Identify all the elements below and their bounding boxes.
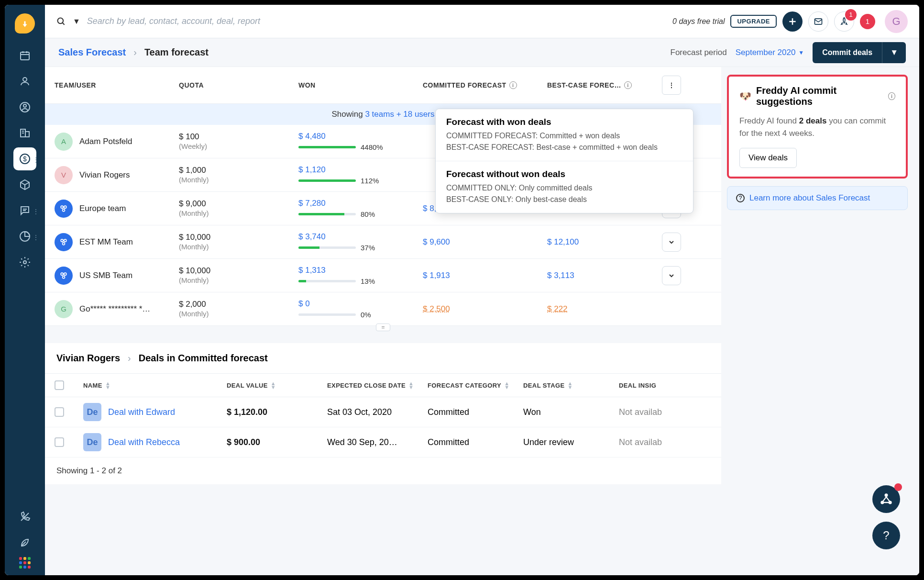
view-deals-button[interactable]: View deals xyxy=(739,148,797,168)
deal-link[interactable]: Deal with Edward xyxy=(108,407,175,417)
deal-badge: De xyxy=(83,403,101,421)
info-icon[interactable]: i xyxy=(624,81,632,89)
deal-row[interactable]: DeDeal with Rebecca$ 900.00Wed 30 Sep, 2… xyxy=(45,427,721,457)
svg-point-29 xyxy=(64,239,66,242)
svg-point-6 xyxy=(23,104,26,107)
breadcrumb-root[interactable]: Sales Forecast xyxy=(58,47,126,58)
bestcase-cell[interactable]: $ 12,100 xyxy=(547,237,643,247)
info-icon[interactable]: i xyxy=(888,92,895,100)
won-cell: $ 4,4804480% xyxy=(298,132,423,151)
nav-deals[interactable]: $ ⋮ xyxy=(13,147,36,170)
expand-row[interactable] xyxy=(662,233,681,252)
info-icon[interactable]: i xyxy=(509,81,517,89)
forecast-tooltip: Forecast with won deals COMMITTED FORECA… xyxy=(435,109,693,213)
learn-card[interactable]: ? Learn more about Sales Forecast xyxy=(727,186,908,210)
breadcrumb-current: Team forecast xyxy=(144,47,209,58)
nav-leaf[interactable] xyxy=(13,531,36,554)
pager-text: Showing 1 - 2 of 2 xyxy=(45,457,721,484)
commit-deals-button[interactable]: Commit deals xyxy=(813,43,882,63)
svg-point-26 xyxy=(64,206,66,208)
sort-icon: ▲▼ xyxy=(271,381,276,389)
sort-icon: ▲▼ xyxy=(408,381,414,389)
deals-crumb-root[interactable]: Vivian Rogers xyxy=(56,353,120,364)
user-name: US SMB Team xyxy=(79,271,132,280)
committed-cell[interactable]: $ 9,600 xyxy=(423,237,547,247)
deal-value: $ 1,120.00 xyxy=(227,407,327,417)
select-all-checkbox[interactable] xyxy=(55,380,64,390)
col-bestcase: BEST-CASE FOREC…i xyxy=(547,81,643,89)
row-checkbox[interactable] xyxy=(55,437,64,447)
deal-insights: Not availab xyxy=(619,407,695,417)
nav-calendar[interactable] xyxy=(13,44,36,67)
svg-point-28 xyxy=(61,239,63,242)
forecast-row[interactable]: GGo***** ********* *…$ 2,000(Monthly)$ 0… xyxy=(45,292,721,326)
nav-products[interactable] xyxy=(13,173,36,196)
quota-cell: $ 2,000(Monthly) xyxy=(179,300,298,319)
committed-cell[interactable]: $ 2,500 xyxy=(423,304,547,314)
deal-row[interactable]: DeDeal with Edward$ 1,120.00Sat 03 Oct, … xyxy=(45,397,721,427)
nav-chat[interactable]: ⋮ xyxy=(13,199,36,222)
notif-badge[interactable]: 1 xyxy=(860,14,875,29)
app-switcher-icon[interactable] xyxy=(19,557,31,569)
deals-crumb-current: Deals in Committed forecast xyxy=(139,353,268,364)
bell-button[interactable]: 1 xyxy=(834,11,854,32)
col-date[interactable]: EXPECTED CLOSE DATE▲▼ xyxy=(327,381,428,389)
nav-settings[interactable] xyxy=(13,251,36,274)
bestcase-cell[interactable]: $ 3,113 xyxy=(547,271,643,280)
columns-menu[interactable]: ⋮ xyxy=(662,76,681,95)
col-insights: DEAL INSIG xyxy=(619,382,695,389)
forecast-row[interactable]: US SMB Team$ 10,000(Monthly)$ 1,31313%$ … xyxy=(45,259,721,292)
chevron-down-icon: ▼ xyxy=(798,49,804,56)
committed-cell[interactable]: $ 1,913 xyxy=(423,271,547,280)
col-name[interactable]: NAME▲▼ xyxy=(83,381,227,389)
period-selector[interactable]: September 2020 ▼ xyxy=(736,48,804,57)
chevron-right-icon: › xyxy=(128,353,131,364)
nav-phone[interactable] xyxy=(13,505,36,528)
user-name: EST MM Team xyxy=(79,237,133,247)
nav-reports[interactable]: ⋮ xyxy=(13,225,36,248)
row-checkbox[interactable] xyxy=(55,407,64,417)
user-avatar[interactable]: G xyxy=(885,10,908,33)
resize-handle[interactable]: = xyxy=(45,326,721,335)
col-quota: QUOTA xyxy=(179,81,298,89)
deal-insights: Not availab xyxy=(619,437,695,447)
mail-icon xyxy=(814,17,823,26)
expand-row[interactable] xyxy=(662,266,681,285)
forecast-row[interactable]: EST MM Team$ 10,000(Monthly)$ 3,74037%$ … xyxy=(45,225,721,259)
add-button[interactable] xyxy=(782,11,803,32)
user-avatar-icon xyxy=(55,233,73,251)
nav-contacts[interactable] xyxy=(13,70,36,93)
nav-user[interactable] xyxy=(13,96,36,119)
showing-link[interactable]: 3 teams + 18 users xyxy=(365,110,434,119)
brand-logo[interactable] xyxy=(15,13,35,33)
deal-value: $ 900.00 xyxy=(227,437,327,447)
upgrade-button[interactable]: UPGRADE xyxy=(730,15,777,28)
col-category[interactable]: FORECAST CATEGORY▲▼ xyxy=(428,381,523,389)
bestcase-cell[interactable]: $ 222 xyxy=(547,304,643,314)
integrations-fab[interactable] xyxy=(872,485,900,513)
deal-link[interactable]: Deal with Rebecca xyxy=(108,437,180,447)
user-avatar-icon: G xyxy=(55,300,73,318)
commit-deals-split-button: Commit deals ▼ xyxy=(813,42,906,63)
svg-point-31 xyxy=(61,273,63,275)
deal-stage: Under review xyxy=(523,437,619,447)
won-cell: $ 1,120112% xyxy=(298,165,423,185)
nav-accounts[interactable] xyxy=(13,122,36,145)
tooltip-line: COMMITTED FORECAST: Committed + won deal… xyxy=(446,130,682,142)
help-fab[interactable]: ? xyxy=(872,522,900,549)
chevron-down-icon[interactable]: ▼ xyxy=(73,17,80,26)
search-input[interactable] xyxy=(87,16,374,26)
svg-rect-8 xyxy=(25,132,29,137)
svg-point-30 xyxy=(63,242,65,245)
user-name: Adam Potsfeld xyxy=(79,137,132,146)
search-icon[interactable] xyxy=(56,17,66,26)
learn-link[interactable]: Learn more about Sales Forecast xyxy=(749,193,870,203)
tooltip-line: BEST-CASE FORECAST: Best-case + committe… xyxy=(446,142,682,153)
freddy-icon: 🐶 xyxy=(739,90,751,102)
mail-button[interactable] xyxy=(808,11,828,32)
user-avatar-icon: V xyxy=(55,166,73,184)
col-stage[interactable]: DEAL STAGE▲▼ xyxy=(523,381,619,389)
commit-deals-caret[interactable]: ▼ xyxy=(882,42,906,63)
col-value[interactable]: DEAL VALUE▲▼ xyxy=(227,381,327,389)
tooltip-title: Forecast without won deals xyxy=(446,169,682,179)
